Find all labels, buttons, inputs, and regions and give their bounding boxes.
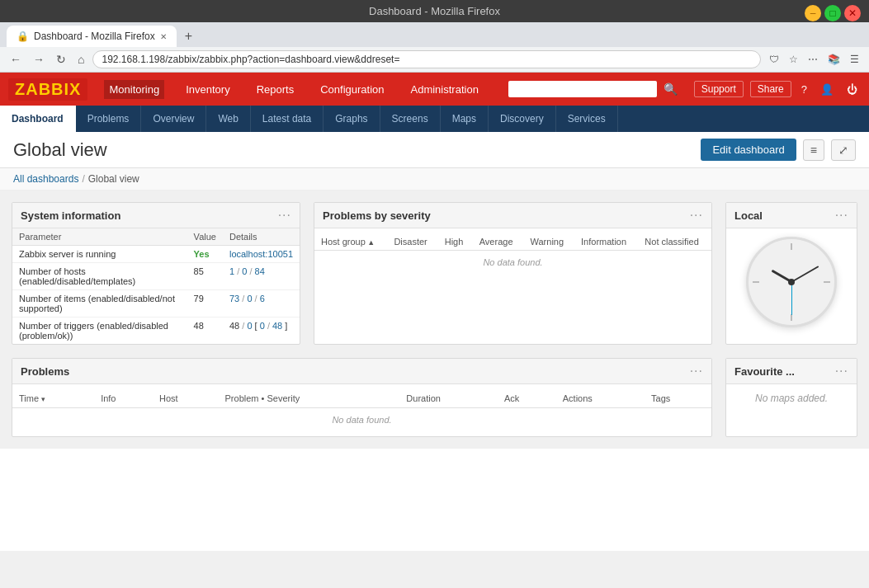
shield-icon[interactable]: 🛡 bbox=[766, 52, 782, 67]
col-actions[interactable]: Actions bbox=[556, 389, 645, 408]
nav-discovery[interactable]: Discovery bbox=[489, 106, 556, 132]
triggers-ok-link[interactable]: 48 bbox=[272, 321, 282, 331]
nav-services[interactable]: Services bbox=[556, 106, 618, 132]
user-button[interactable]: 👤 bbox=[817, 82, 837, 97]
nav-reports[interactable]: Reports bbox=[252, 80, 300, 99]
search-icon[interactable]: 🔍 bbox=[664, 82, 678, 96]
new-tab-button[interactable]: + bbox=[180, 27, 197, 45]
edit-dashboard-button[interactable]: Edit dashboard bbox=[701, 139, 796, 161]
problems-by-severity-menu[interactable]: ··· bbox=[690, 208, 703, 223]
tab-close-button[interactable]: ✕ bbox=[160, 32, 167, 41]
help-button[interactable]: ? bbox=[798, 82, 810, 97]
share-button[interactable]: Share bbox=[750, 81, 791, 97]
no-data-severity: No data found. bbox=[314, 251, 711, 275]
tab-bar: 🔒 Dashboard - Mozilla Firefox ✕ + bbox=[0, 22, 869, 47]
triggers-disabled-link[interactable]: 0 bbox=[247, 321, 252, 331]
col-time[interactable]: Time ▾ bbox=[12, 389, 94, 408]
local-clock-title: Local bbox=[734, 209, 763, 222]
items-disabled-link[interactable]: 0 bbox=[247, 294, 252, 303]
support-button[interactable]: Support bbox=[694, 81, 744, 97]
back-button[interactable]: ← bbox=[7, 51, 25, 68]
maximize-button[interactable]: □ bbox=[824, 5, 841, 21]
nav-configuration[interactable]: Configuration bbox=[315, 80, 389, 99]
forward-button[interactable]: → bbox=[30, 51, 48, 68]
col-high[interactable]: High bbox=[438, 233, 473, 251]
nav-maps[interactable]: Maps bbox=[441, 106, 489, 132]
second-nav: Dashboard Problems Overview Web Latest d… bbox=[0, 106, 869, 132]
hosts-templates-link[interactable]: 84 bbox=[255, 266, 265, 276]
col-tags[interactable]: Tags bbox=[645, 389, 711, 408]
nav-icons: Support Share ? 👤 ⏻ bbox=[694, 81, 861, 97]
col-ack[interactable]: Ack bbox=[498, 389, 556, 408]
star-icon[interactable]: ☆ bbox=[786, 52, 801, 67]
items-enabled-link[interactable]: 73 bbox=[229, 294, 239, 303]
nav-screens[interactable]: Screens bbox=[380, 106, 441, 132]
col-duration[interactable]: Duration bbox=[399, 389, 498, 408]
problems-panel-header: Problems ··· bbox=[12, 359, 711, 384]
reload-button[interactable]: ↻ bbox=[53, 51, 69, 68]
more-icon[interactable]: ⋯ bbox=[805, 52, 821, 67]
system-info-menu[interactable]: ··· bbox=[278, 208, 291, 223]
val-server-running: Yes bbox=[187, 246, 223, 263]
page-header: Global view Edit dashboard ≡ ⤢ bbox=[0, 132, 869, 168]
table-row: No data found. bbox=[314, 251, 711, 275]
extensions-icon[interactable]: 📚 bbox=[824, 52, 843, 67]
table-row: No data found. bbox=[12, 408, 711, 432]
breadcrumb-all-dashboards[interactable]: All dashboards bbox=[13, 173, 78, 185]
list-view-button[interactable]: ≡ bbox=[803, 139, 824, 161]
clock-minute-hand bbox=[791, 266, 819, 283]
logout-button[interactable]: ⏻ bbox=[843, 82, 861, 97]
nav-web[interactable]: Web bbox=[206, 106, 250, 132]
problems-panel: Problems ··· Time ▾ Info Host Problem • … bbox=[12, 358, 712, 437]
problems-by-severity-header: Problems by severity ··· bbox=[314, 203, 711, 228]
menu-icon[interactable]: ☰ bbox=[847, 52, 862, 67]
col-details: Details bbox=[223, 228, 300, 246]
nav-problems[interactable]: Problems bbox=[76, 106, 142, 132]
favourite-panel-menu[interactable]: ··· bbox=[835, 364, 848, 379]
table-row: Zabbix server is running Yes localhost:1… bbox=[12, 246, 300, 263]
triggers-problem-link[interactable]: 0 bbox=[260, 321, 265, 331]
nav-overview[interactable]: Overview bbox=[141, 106, 206, 132]
nav-inventory[interactable]: Inventory bbox=[181, 80, 234, 99]
page-title: Global view bbox=[13, 139, 107, 161]
server-host-link[interactable]: localhost:10051 bbox=[229, 249, 293, 259]
address-input[interactable] bbox=[92, 50, 761, 68]
problems-panel-menu[interactable]: ··· bbox=[690, 364, 703, 379]
home-button[interactable]: ⌂ bbox=[74, 51, 87, 68]
system-info-title: System information bbox=[21, 209, 120, 222]
col-not-classified[interactable]: Not classified bbox=[638, 233, 711, 251]
sort-icon: ▾ bbox=[41, 395, 45, 403]
nav-dashboard[interactable]: Dashboard bbox=[0, 106, 76, 132]
col-value: Value bbox=[187, 228, 223, 246]
nav-latest-data[interactable]: Latest data bbox=[251, 106, 324, 132]
val-triggers: 48 bbox=[187, 318, 223, 345]
col-information[interactable]: Information bbox=[574, 233, 638, 251]
val-items: 79 bbox=[187, 290, 223, 318]
analog-clock bbox=[746, 237, 837, 327]
hosts-enabled-link[interactable]: 1 bbox=[229, 266, 234, 276]
system-info-content: Parameter Value Details Zabbix server is… bbox=[12, 228, 300, 344]
dashboard-grid: System information ··· Parameter Value D… bbox=[0, 191, 869, 449]
nav-administration[interactable]: Administration bbox=[406, 80, 484, 99]
col-host-group[interactable]: Host group bbox=[314, 233, 387, 251]
tab-label: Dashboard - Mozilla Firefox bbox=[34, 31, 155, 42]
active-tab[interactable]: 🔒 Dashboard - Mozilla Firefox ✕ bbox=[7, 26, 177, 47]
items-notsupported-link[interactable]: 6 bbox=[260, 294, 265, 303]
close-button[interactable]: ✕ bbox=[844, 5, 861, 21]
col-info[interactable]: Info bbox=[94, 389, 153, 408]
col-warning[interactable]: Warning bbox=[524, 233, 575, 251]
search-input[interactable] bbox=[508, 81, 657, 97]
col-average[interactable]: Average bbox=[473, 233, 524, 251]
col-problem-severity[interactable]: Problem • Severity bbox=[219, 389, 400, 408]
hosts-disabled-link[interactable]: 0 bbox=[242, 266, 247, 276]
minimize-button[interactable]: – bbox=[805, 5, 821, 21]
clock-second-hand bbox=[791, 282, 792, 315]
col-host[interactable]: Host bbox=[153, 389, 219, 408]
nav-graphs[interactable]: Graphs bbox=[324, 106, 380, 132]
table-row: Number of triggers (enabled/disabled (pr… bbox=[12, 318, 300, 345]
nav-monitoring[interactable]: Monitoring bbox=[104, 80, 164, 99]
problems-by-severity-content: Host group Disaster High Average Warning… bbox=[314, 228, 711, 279]
expand-button[interactable]: ⤢ bbox=[831, 139, 856, 161]
local-clock-menu[interactable]: ··· bbox=[835, 208, 848, 223]
col-disaster[interactable]: Disaster bbox=[387, 233, 437, 251]
